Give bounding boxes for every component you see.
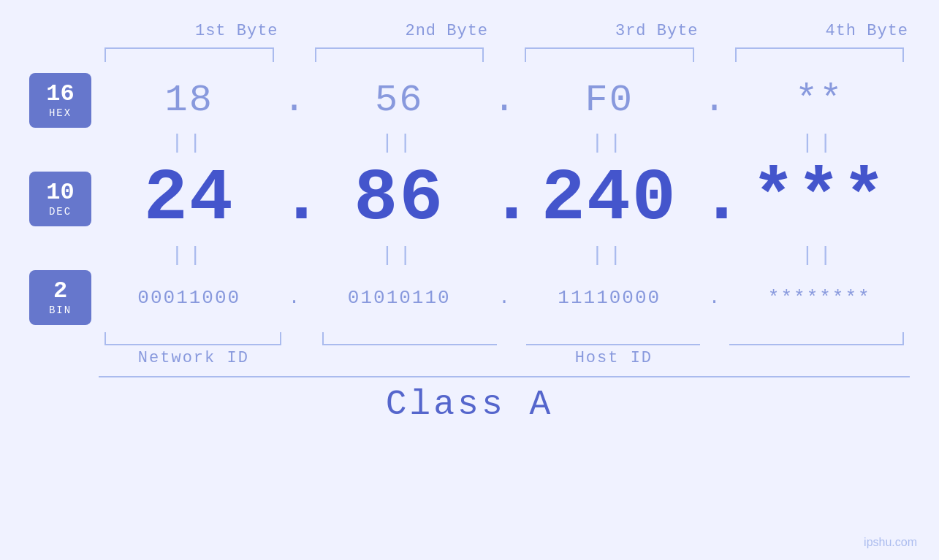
bin-dot3: .: [700, 287, 729, 309]
bin-b4: ********: [729, 287, 911, 309]
network-id-label: Network ID: [99, 349, 289, 367]
class-top-line: [99, 376, 910, 377]
dec-base-number: 10: [46, 181, 74, 204]
equals-1-b3: ||: [519, 131, 700, 154]
hex-dot3: .: [700, 79, 729, 122]
class-section: Class A: [29, 376, 910, 424]
equals-row-1: || || || ||: [29, 131, 910, 154]
bracket-host-id-start: [322, 332, 498, 345]
hex-dot2: .: [490, 79, 519, 122]
bracket-byte2: [315, 47, 484, 62]
bracket-byte1: [104, 47, 274, 62]
watermark: ipshu.com: [864, 536, 917, 549]
dec-dot2: .: [490, 158, 519, 240]
id-labels-row: Network ID Host ID: [29, 349, 910, 367]
byte1-header: 1st Byte: [146, 22, 327, 40]
equals-1-b2: ||: [309, 131, 490, 154]
equals-row-2: || || || ||: [29, 244, 910, 266]
bin-dot1: .: [280, 287, 309, 309]
byte3-header: 3rd Byte: [566, 22, 748, 40]
dec-values: 24 . 86 . 240 . ***: [99, 158, 910, 240]
dec-dot1: .: [280, 158, 309, 240]
equals-2-b4: ||: [729, 244, 911, 266]
dec-b3: 240: [519, 163, 700, 236]
bin-b1: 00011000: [99, 287, 280, 309]
dec-b4: ***: [729, 163, 911, 236]
hex-b3: F0: [519, 79, 700, 122]
byte2-header: 2nd Byte: [357, 22, 538, 40]
dec-badge: 10 DEC: [29, 172, 91, 226]
bin-b2: 01010110: [309, 287, 490, 309]
equals-2-b3: ||: [519, 244, 700, 266]
equals-2-b2: ||: [309, 244, 490, 266]
hex-values: 18 . 56 . F0 . **: [99, 79, 910, 122]
hex-b4: **: [729, 79, 911, 122]
hex-b1: 18: [99, 79, 280, 122]
bracket-network-id: [104, 332, 281, 345]
class-label: Class A: [29, 385, 910, 424]
main-container: 1st Byte 2nd Byte 3rd Byte 4th Byte 16 H…: [0, 0, 939, 560]
dec-row: 10 DEC 24 . 86 . 240 . ***: [29, 158, 910, 240]
hex-b2: 56: [309, 79, 490, 122]
byte-headers: 1st Byte 2nd Byte 3rd Byte 4th Byte: [77, 22, 939, 40]
bracket-byte4: [735, 47, 905, 62]
equals-1-b4: ||: [729, 131, 911, 154]
bottom-brackets: [29, 332, 910, 345]
equals-2-b1: ||: [99, 244, 280, 266]
dec-base-label: DEC: [49, 206, 72, 218]
byte4-header: 4th Byte: [777, 22, 940, 40]
bin-base-label: BIN: [49, 304, 72, 316]
bin-base-number: 2: [53, 280, 67, 303]
bracket-byte3: [525, 47, 694, 62]
bin-values: 00011000 . 01010110 . 11110000 . *******…: [99, 287, 910, 309]
bin-row: 2 BIN 00011000 . 01010110 . 11110000 .: [29, 270, 910, 325]
host-id-label: Host ID: [318, 349, 910, 367]
hex-dot1: .: [280, 79, 309, 122]
hex-base-label: HEX: [49, 107, 72, 119]
bin-badge: 2 BIN: [29, 270, 91, 325]
hex-row: 16 HEX 18 . 56 . F0 . **: [29, 73, 910, 128]
bin-b3: 11110000: [519, 287, 700, 309]
dec-b2: 86: [309, 163, 490, 236]
hex-badge: 16 HEX: [29, 73, 91, 128]
bracket-host-id-end: [729, 332, 905, 345]
bracket-host-id-mid: [526, 332, 700, 345]
dec-b1: 24: [99, 163, 280, 236]
hex-base-number: 16: [46, 83, 74, 106]
top-brackets: [29, 47, 910, 62]
dec-dot3: .: [700, 158, 729, 240]
equals-1-b1: ||: [99, 131, 280, 154]
bin-dot2: .: [490, 287, 519, 309]
